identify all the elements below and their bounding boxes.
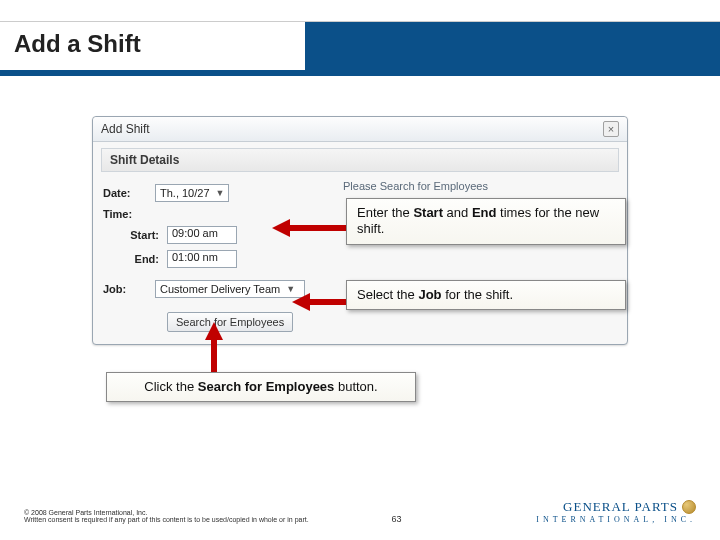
job-label: Job: — [103, 283, 155, 295]
chevron-down-icon: ▼ — [216, 188, 225, 198]
copyright-block: © 2008 General Parts International, Inc.… — [24, 509, 324, 524]
time-label: Time: — [103, 208, 155, 220]
date-row: Date: Th., 10/27 ▼ — [103, 184, 343, 202]
dialog-title: Add Shift — [101, 122, 150, 136]
job-value: Customer Delivery Team — [160, 283, 280, 295]
panel-header: Shift Details — [101, 148, 619, 172]
arrow-to-search — [202, 322, 226, 372]
brand-line1: GENERAL PARTS — [563, 499, 678, 515]
globe-icon — [682, 500, 696, 514]
job-select[interactable]: Customer Delivery Team ▼ — [155, 280, 305, 298]
copyright-line: © 2008 General Parts International, Inc. — [24, 509, 324, 517]
page-number: 63 — [391, 514, 401, 524]
start-label: Start: — [115, 229, 167, 241]
footer: © 2008 General Parts International, Inc.… — [0, 499, 720, 524]
search-employees-button[interactable]: Search for Employees — [167, 312, 293, 332]
header-row: Add a Shift — [0, 22, 720, 70]
dialog-titlebar: Add Shift × — [93, 117, 627, 142]
end-label: End: — [115, 253, 167, 265]
page-title: Add a Shift — [14, 30, 141, 57]
date-value: Th., 10/27 — [160, 187, 210, 199]
end-row: End: 01:00 nm — [103, 250, 343, 268]
start-time-input[interactable]: 09:00 am — [167, 226, 237, 244]
date-select[interactable]: Th., 10/27 ▼ — [155, 184, 229, 202]
callout-search: Click the Search for Employees button. — [106, 372, 416, 402]
close-icon[interactable]: × — [603, 121, 619, 137]
disclaimer-line: Written consent is required if any part … — [24, 516, 324, 524]
callout-times: Enter the Start and End times for the ne… — [346, 198, 626, 245]
arrow-to-job — [292, 290, 346, 314]
brand-logo: GENERAL PARTS INTERNATIONAL, INC. — [536, 499, 696, 524]
brand-line2: INTERNATIONAL, INC. — [536, 515, 696, 524]
top-strip — [0, 0, 720, 22]
search-prompt: Please Search for Employees — [343, 180, 488, 192]
end-time-input[interactable]: 01:00 nm — [167, 250, 237, 268]
arrow-to-times — [272, 216, 346, 240]
callout-job: Select the Job for the shift. — [346, 280, 626, 310]
header-left: Add a Shift — [0, 22, 305, 70]
header-blue-block — [305, 22, 720, 70]
date-label: Date: — [103, 187, 155, 199]
